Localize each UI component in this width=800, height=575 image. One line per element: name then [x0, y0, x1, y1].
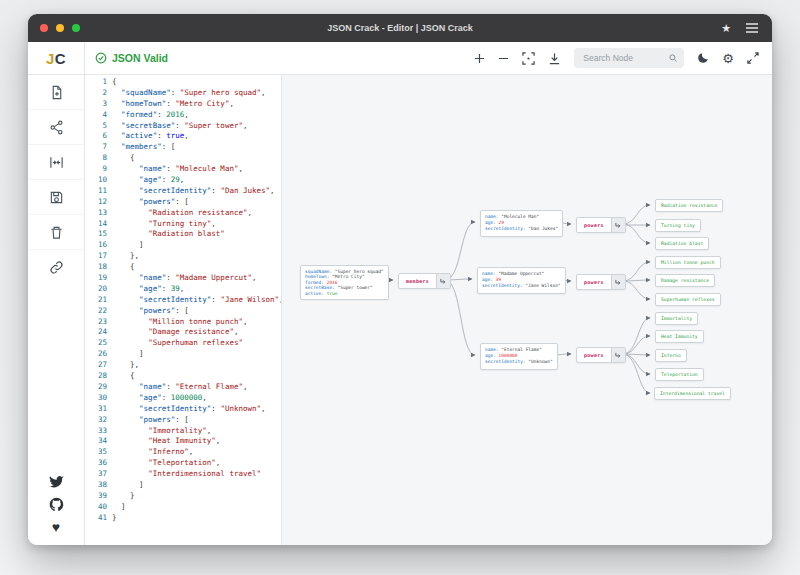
- code-line[interactable]: "squadName": "Super hero squad",: [112, 88, 281, 99]
- code-line[interactable]: "formed": 2016,: [112, 110, 281, 121]
- code-line[interactable]: ]: [112, 349, 281, 360]
- line-number: 15: [85, 229, 107, 240]
- code-line[interactable]: "Million tonne punch",: [112, 317, 281, 328]
- code-line[interactable]: {: [112, 77, 281, 88]
- code-line[interactable]: "active": true,: [112, 131, 281, 142]
- power-leaf-node[interactable]: Radiation resistance: [655, 199, 723, 212]
- code-line[interactable]: "Immortality",: [112, 426, 281, 437]
- powers-array-node-2[interactable]: powers: [576, 274, 626, 290]
- code-line[interactable]: "Inferno",: [112, 447, 281, 458]
- new-document-icon[interactable]: [28, 75, 84, 110]
- collapse-node-icon[interactable]: [611, 218, 625, 232]
- code-line[interactable]: "powers": [: [112, 415, 281, 426]
- code-line[interactable]: {: [112, 153, 281, 164]
- power-leaf-node[interactable]: Heat Immunity: [655, 330, 704, 343]
- code-line[interactable]: "Damage resistance",: [112, 327, 281, 338]
- member-node-eternal-flame[interactable]: name"Eternal Flame" age1000000 secretIde…: [480, 343, 558, 370]
- extension-star-icon[interactable]: ★: [721, 23, 731, 34]
- code-line[interactable]: "age": 1000000,: [112, 393, 281, 404]
- code-line[interactable]: {: [112, 371, 281, 382]
- code-line[interactable]: "secretIdentity": "Jane Wilson",: [112, 295, 281, 306]
- search-node-box[interactable]: [574, 48, 684, 68]
- browser-menu-icon[interactable]: [746, 23, 758, 33]
- focus-view-button[interactable]: [522, 52, 535, 65]
- code-line[interactable]: ]: [112, 502, 281, 513]
- collapse-node-icon[interactable]: [611, 275, 625, 289]
- zoom-window-button[interactable]: [72, 24, 80, 32]
- code-line[interactable]: "secretIdentity": "Unknown",: [112, 404, 281, 415]
- power-leaf-node[interactable]: Damage resistance: [655, 274, 715, 287]
- code-line[interactable]: "powers": [: [112, 197, 281, 208]
- share-link-icon[interactable]: [28, 250, 84, 284]
- code-line[interactable]: "Teleportation",: [112, 458, 281, 469]
- sponsor-heart-icon[interactable]: ♥: [52, 521, 60, 533]
- code-line[interactable]: "Heat Immunity",: [112, 436, 281, 447]
- line-number: 6: [85, 131, 107, 142]
- line-number: 17: [85, 251, 107, 262]
- app-logo[interactable]: JC: [28, 42, 84, 75]
- code-line[interactable]: "Interdimensional travel": [112, 469, 281, 480]
- code-line[interactable]: "secretBase": "Super tower",: [112, 121, 281, 132]
- power-leaf-node[interactable]: Turning tiny: [655, 219, 701, 232]
- fullscreen-button[interactable]: [747, 52, 759, 64]
- minimize-window-button[interactable]: [56, 24, 64, 32]
- code-line[interactable]: "age": 29,: [112, 175, 281, 186]
- close-window-button[interactable]: [40, 24, 48, 32]
- code-line[interactable]: },: [112, 251, 281, 262]
- code-line[interactable]: "name": "Eternal Flame",: [112, 382, 281, 393]
- code-line[interactable]: "Superhuman reflexes": [112, 338, 281, 349]
- code-line[interactable]: "secretIdentity": "Dan Jukes",: [112, 186, 281, 197]
- code-line[interactable]: },: [112, 360, 281, 371]
- power-leaf-node[interactable]: Interdimensional travel: [654, 387, 731, 400]
- code-line[interactable]: "Radiation resistance",: [112, 208, 281, 219]
- zoom-out-button[interactable]: [498, 53, 509, 64]
- search-node-input[interactable]: [581, 52, 664, 64]
- code-line[interactable]: "name": "Molecule Man",: [112, 164, 281, 175]
- collapse-node-icon[interactable]: [611, 348, 625, 362]
- line-number: 19: [85, 273, 107, 284]
- graph-view-icon[interactable]: [28, 110, 84, 145]
- code-line[interactable]: }: [112, 491, 281, 502]
- power-leaf-node[interactable]: Million tonne punch: [655, 256, 721, 269]
- member-node-madame-uppercut[interactable]: name"Madame Uppercut" age39 secretIdenti…: [477, 267, 566, 294]
- power-leaf-node[interactable]: Radiation blast: [655, 237, 709, 250]
- collapse-node-icon[interactable]: [436, 274, 450, 288]
- code-editor[interactable]: { "squadName": "Super hero squad", "home…: [112, 77, 281, 545]
- center-view-icon[interactable]: [28, 145, 84, 180]
- power-leaf-node[interactable]: Inferno: [655, 349, 687, 362]
- twitter-icon[interactable]: [49, 475, 64, 488]
- code-line[interactable]: "homeTown": "Metro City",: [112, 99, 281, 110]
- code-line[interactable]: ]: [112, 480, 281, 491]
- dark-mode-toggle[interactable]: [697, 52, 709, 64]
- code-line[interactable]: "Turning tiny",: [112, 219, 281, 230]
- download-image-button[interactable]: [548, 52, 561, 65]
- powers-array-node-1[interactable]: powers: [576, 217, 626, 233]
- code-line[interactable]: "members": [: [112, 142, 281, 153]
- member-node-molecule-man[interactable]: name"Molecule Man" age29 secretIdentity"…: [480, 210, 563, 237]
- root-object-node[interactable]: squadName"Super hero squad" homeTown"Met…: [300, 265, 389, 300]
- members-array-node[interactable]: members: [398, 273, 451, 289]
- code-line[interactable]: {: [112, 262, 281, 273]
- code-line[interactable]: "age": 39,: [112, 284, 281, 295]
- line-number: 40: [85, 502, 107, 513]
- code-line[interactable]: }: [112, 513, 281, 524]
- github-icon[interactable]: [49, 497, 64, 512]
- line-number: 22: [85, 306, 107, 317]
- zoom-in-button[interactable]: [474, 53, 485, 64]
- line-number: 7: [85, 142, 107, 153]
- line-number: 27: [85, 360, 107, 371]
- powers-array-node-3[interactable]: powers: [576, 347, 626, 363]
- code-line[interactable]: ]: [112, 240, 281, 251]
- line-number: 26: [85, 349, 107, 360]
- power-leaf-node[interactable]: Immortality: [655, 312, 698, 325]
- save-icon[interactable]: [28, 180, 84, 215]
- line-number: 8: [85, 153, 107, 164]
- power-leaf-node[interactable]: Superhuman reflexes: [655, 293, 721, 306]
- power-leaf-node[interactable]: Teleportation: [655, 368, 704, 381]
- graph-canvas[interactable]: squadName"Super hero squad" homeTown"Met…: [281, 75, 772, 545]
- code-line[interactable]: "Radiation blast": [112, 229, 281, 240]
- delete-icon[interactable]: [28, 215, 84, 250]
- code-line[interactable]: "powers": [: [112, 306, 281, 317]
- settings-gear-icon[interactable]: ⚙: [722, 52, 734, 65]
- code-line[interactable]: "name": "Madame Uppercut",: [112, 273, 281, 284]
